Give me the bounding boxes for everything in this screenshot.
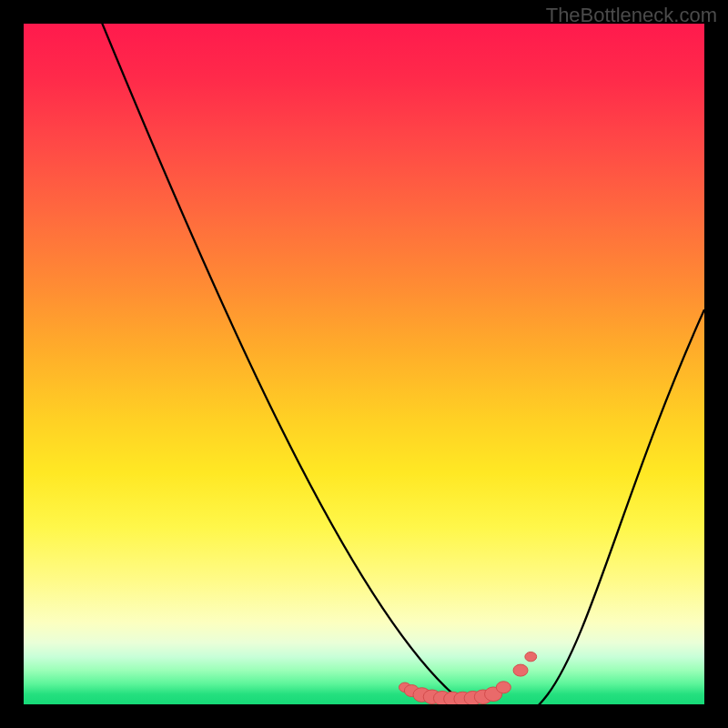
bottleneck-curve — [98, 24, 704, 704]
curve-marker — [496, 682, 511, 693]
chart-frame: TheBottleneck.com — [0, 0, 728, 728]
watermark-text: TheBottleneck.com — [546, 4, 717, 27]
curve-marker — [513, 664, 528, 676]
chart-plot-area — [24, 24, 704, 704]
chart-svg — [24, 24, 704, 704]
curve-marker — [525, 652, 537, 661]
